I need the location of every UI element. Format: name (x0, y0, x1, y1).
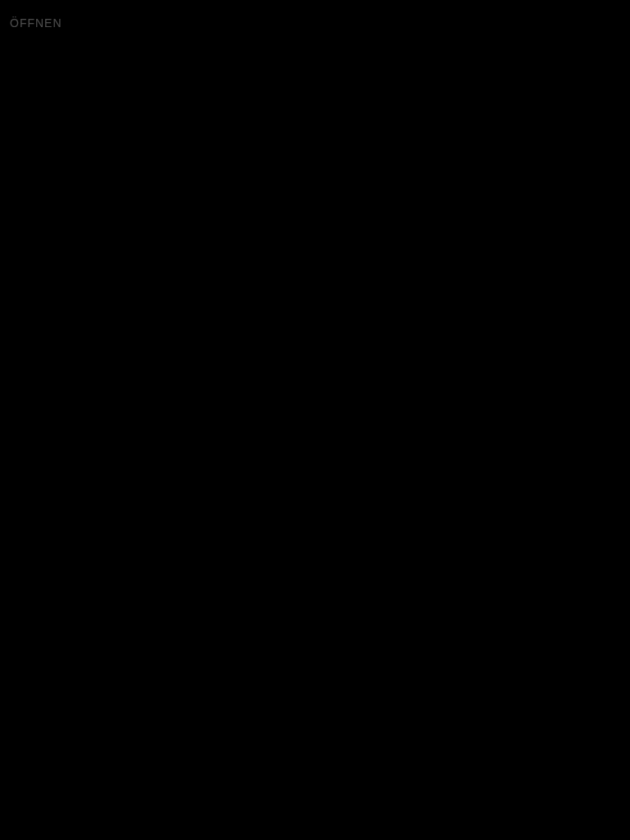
tools-panel: Feinabstimmung Details Kurven WB Weißabg… (0, 837, 630, 840)
edited-photo (0, 46, 630, 837)
open-button[interactable]: ÖFFNEN (10, 16, 62, 30)
dog-silhouette (0, 46, 630, 833)
top-bar: ÖFFNEN (0, 0, 630, 46)
tool-tune[interactable]: Feinabstimmung (0, 837, 630, 840)
canvas-area[interactable] (0, 46, 630, 837)
